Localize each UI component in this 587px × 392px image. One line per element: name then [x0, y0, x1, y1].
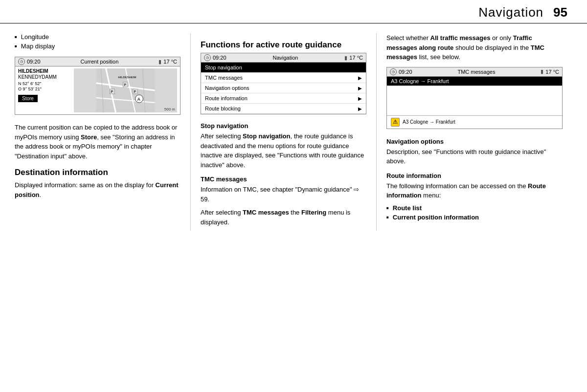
left-column: Longitude Map display ◷ 09:20 Current po…: [15, 33, 191, 231]
arrow-nav-options: ▶: [358, 86, 362, 91]
route-info-bullets: Route list Current position information: [386, 204, 563, 221]
left-bullet-list: Longitude Map display: [15, 33, 181, 50]
svg-text:P: P: [124, 83, 127, 87]
bullet-longitude: Longitude: [15, 33, 181, 41]
route-info-text: The following information can be accesse…: [386, 181, 563, 200]
menu-item-route-info[interactable]: Route information ▶: [201, 93, 366, 104]
tmc-time: 09:20: [399, 69, 412, 75]
tmc-messages-heading: TMC messages: [201, 175, 366, 183]
nav-options-heading: Navigation options: [386, 138, 563, 145]
device-screen-current-position: ◷ 09:20 Current position ▮ 17 °C HILDESH…: [15, 57, 181, 115]
tmc-warning-icon: ⚠: [391, 118, 400, 127]
tmc-footer: ⚠ A3 Cologne → Frankfurt: [387, 115, 562, 129]
arrow-route-blocking: ▶: [358, 106, 362, 111]
bullet-map-display: Map display: [15, 43, 181, 50]
map-scale: 500 m: [164, 107, 175, 111]
svg-text:P: P: [134, 90, 136, 93]
device1-body: HILDESHEIM KENNEDYDAMM N 52° 6' 52" O 9°…: [15, 66, 180, 114]
device1-city: HILDESHEIM: [18, 68, 72, 74]
menu-item-nav-options[interactable]: Navigation options ▶: [201, 83, 366, 93]
svg-text:HILDESHEIM: HILDESHEIM: [118, 76, 136, 79]
header-page: 95: [553, 5, 567, 20]
right-intro-text: Select whether All traffic messages or o…: [386, 33, 563, 62]
clock-icon-3: ◷: [390, 68, 397, 75]
bullet-route-list: Route list: [386, 204, 563, 212]
tmc-text1: Information on TMC, see chapter "Dynamic…: [201, 185, 366, 204]
page-header: Navigation 95: [0, 0, 587, 23]
right-column: Select whether All traffic messages or o…: [377, 33, 563, 231]
device-menu-header: ◷ 09:20 Navigation ▮ 17 °C: [201, 53, 366, 63]
device-screen-navigation-menu: ◷ 09:20 Navigation ▮ 17 °C Stop navigati…: [201, 53, 366, 114]
device2-temp: 17 °C: [349, 55, 363, 61]
header-title: Navigation: [478, 5, 543, 20]
device1-temp: 17 °C: [163, 59, 177, 65]
tmc-footer-label: A3 Cologne → Frankfurt: [403, 119, 455, 125]
nav-options-text: Description, see "Functions with route g…: [386, 147, 563, 166]
signal-icon-1: ▮: [158, 59, 161, 65]
clock-icon-2: ◷: [204, 54, 211, 61]
device-header-1: ◷ 09:20 Current position ▮ 17 °C: [15, 57, 180, 66]
tmc-body: [387, 86, 562, 115]
svg-text:P: P: [111, 90, 113, 93]
tmc-selected-item[interactable]: A3 Cologne → Frankfurt: [387, 77, 562, 86]
signal-icon-2: ▮: [344, 55, 347, 61]
destination-info-heading: Destination information: [15, 168, 181, 177]
arrow-tmc: ▶: [358, 75, 362, 81]
device1-center-label: Current position: [81, 59, 119, 65]
device2-center-label: Navigation: [272, 55, 298, 61]
main-content: Longitude Map display ◷ 09:20 Current po…: [0, 23, 587, 240]
device1-time: 09:20: [27, 59, 41, 65]
functions-active-heading: Functions for active route guidance: [201, 40, 366, 50]
left-para1: The current position can be copied to th…: [15, 123, 181, 161]
svg-text:A: A: [137, 97, 141, 102]
bullet-current-position-info: Current position information: [386, 214, 563, 221]
device1-lon: O 9° 53' 21": [18, 87, 72, 91]
store-button[interactable]: Store: [18, 95, 38, 102]
tmc-text2: After selecting TMC messages the Filteri…: [201, 208, 366, 227]
menu-item-stop-nav[interactable]: Stop navigation: [201, 63, 366, 73]
menu-item-route-blocking[interactable]: Route blocking ▶: [201, 104, 366, 114]
stop-nav-heading: Stop navigation: [201, 122, 366, 130]
tmc-temp: 17 °C: [545, 69, 559, 75]
tmc-center-label: TMC messages: [457, 69, 495, 75]
device2-time: 09:20: [213, 55, 226, 61]
tmc-screen-header: ◷ 09:20 TMC messages ▮ 17 °C: [387, 67, 562, 77]
svg-rect-0: [96, 68, 155, 112]
menu-item-tmc[interactable]: TMC messages ▶: [201, 73, 366, 83]
device-screen-tmc: ◷ 09:20 TMC messages ▮ 17 °C A3 Cologne …: [386, 67, 563, 129]
clock-icon: ◷: [18, 58, 25, 65]
middle-column: Functions for active route guidance ◷ 09…: [191, 33, 377, 231]
device2-menu: Stop navigation TMC messages ▶ Navigatio…: [201, 63, 366, 114]
device1-street: KENNEDYDAMM: [18, 74, 72, 80]
device1-map: HILDESHEIM P P P A 500 m: [74, 68, 177, 112]
left-para2: Displayed information: same as on the di…: [15, 180, 181, 199]
device1-lat: N 52° 6' 52": [18, 81, 72, 86]
stop-nav-text: After selecting Stop navigation, the rou…: [201, 131, 366, 170]
signal-icon-3: ▮: [541, 68, 543, 75]
arrow-route-info: ▶: [358, 96, 362, 101]
route-info-heading: Route information: [386, 172, 563, 179]
